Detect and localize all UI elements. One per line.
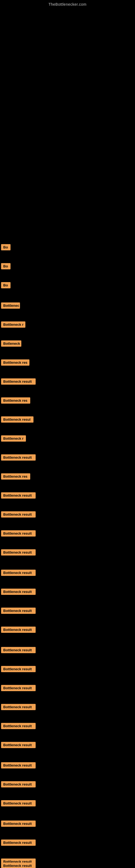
result-block-24: Bottleneck result xyxy=(1,685,36,691)
result-block-22: Bottleneck result xyxy=(1,647,36,653)
result-block-23: Bottleneck result xyxy=(1,666,36,672)
result-block-8: Bottleneck result xyxy=(1,378,36,384)
result-block-12: Bottleneck result xyxy=(1,454,36,461)
result-block-17: Bottleneck result xyxy=(1,549,36,556)
result-block-15: Bottleneck result xyxy=(1,511,36,518)
result-block-34: Bottleneck result xyxy=(1,863,36,868)
result-block-19: Bottleneck result xyxy=(1,589,36,595)
result-block-1: Bo xyxy=(1,244,10,250)
result-block-31: Bottleneck result xyxy=(1,820,36,827)
result-block-2: Bo xyxy=(1,263,10,269)
result-block-5: Bottleneck r xyxy=(1,321,26,328)
result-block-16: Bottleneck result xyxy=(1,530,36,536)
result-block-30: Bottleneck result xyxy=(1,800,36,806)
result-block-3: Bo xyxy=(1,282,10,288)
result-block-13: Bottleneck res xyxy=(1,473,30,479)
result-block-32: Bottleneck result xyxy=(1,839,36,846)
result-block-21: Bottleneck result xyxy=(1,627,36,633)
result-block-9: Bottleneck res xyxy=(1,397,30,404)
result-block-27: Bottleneck result xyxy=(1,742,36,748)
result-block-4: Bottlenec xyxy=(1,303,20,309)
site-title: TheBottlenecker.com xyxy=(0,0,135,6)
result-block-11: Bottleneck r xyxy=(1,435,26,442)
result-block-7: Bottleneck res xyxy=(1,360,30,366)
result-block-20: Bottleneck result xyxy=(1,608,36,614)
result-block-10: Bottleneck resul xyxy=(1,416,34,423)
result-block-6: Botleneck xyxy=(1,340,21,347)
result-block-18: Bottleneck result xyxy=(1,569,36,576)
result-block-14: Bottleneck result xyxy=(1,492,36,499)
result-block-29: Bottleneck result xyxy=(1,781,36,787)
result-block-28: Bottleneck result xyxy=(1,762,36,769)
result-block-26: Bottleneck result xyxy=(1,723,36,729)
result-block-25: Bottleneck result xyxy=(1,704,36,710)
